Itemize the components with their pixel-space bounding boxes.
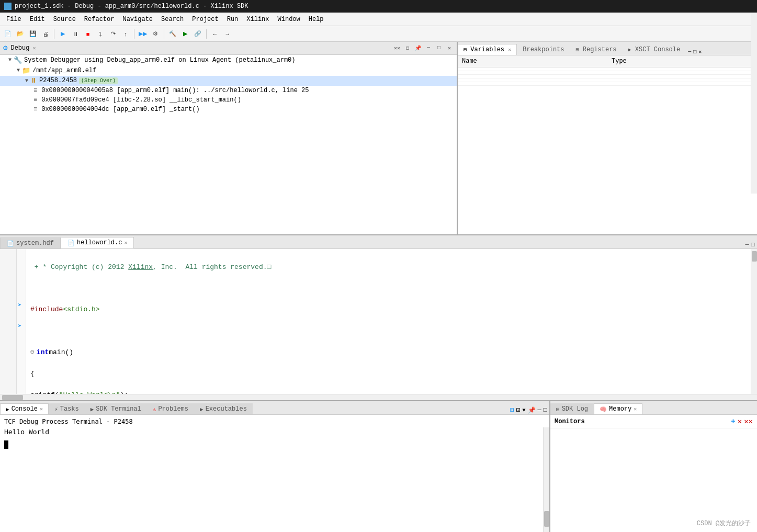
debug-frame-2[interactable]: ≡ 0x0000007fa6d09ce4 [libc-2.28.so] __li… bbox=[0, 95, 457, 105]
console-scroll-thumb[interactable] bbox=[544, 511, 549, 527]
toolbar-step-return[interactable]: ↑ bbox=[120, 28, 131, 40]
collapse-arrow[interactable]: ⊖ bbox=[30, 347, 35, 358]
tab-executables[interactable]: ▶ Executables bbox=[194, 403, 253, 414]
tab-helloworld-c[interactable]: 📄 helloworld.c ✕ bbox=[61, 237, 134, 248]
toolbar-run2[interactable]: ▶▶ bbox=[137, 28, 149, 40]
debug-frame-1[interactable]: ≡ 0x000000000004005a8 [app_arm0.elf] mai… bbox=[0, 86, 457, 95]
menu-help[interactable]: Help bbox=[304, 14, 328, 25]
menu-xilinx[interactable]: Xilinx bbox=[242, 14, 273, 25]
scrollbar-thumb[interactable] bbox=[752, 251, 757, 262]
debug-elf-item[interactable]: ▼ 📁 /mnt/app_arm0.elf bbox=[0, 65, 457, 76]
tab-console[interactable]: ▶ Console ✕ bbox=[0, 403, 49, 414]
toolbar-open[interactable]: 📂 bbox=[15, 28, 26, 40]
editor-minimize-btn[interactable]: ─ bbox=[745, 241, 749, 248]
menu-navigate[interactable]: Navigate bbox=[118, 14, 157, 25]
toolbar-connect[interactable]: 🔗 bbox=[192, 28, 204, 40]
console-copy-btn[interactable]: ⊡ bbox=[516, 406, 521, 414]
memory-tabs-left: ⊟ SDK Log 🧠 Memory ✕ bbox=[550, 403, 642, 414]
hscroll-thumb[interactable] bbox=[2, 395, 23, 400]
tab-variables-close[interactable]: ✕ bbox=[508, 47, 511, 53]
tab-tasks[interactable]: ⚡ Tasks bbox=[49, 403, 85, 414]
process-icon: ⏸ bbox=[30, 77, 37, 85]
vars-minimize-btn[interactable]: ─ bbox=[688, 49, 691, 55]
tab-memory-close[interactable]: ✕ bbox=[634, 406, 637, 412]
menu-project[interactable]: Project bbox=[188, 14, 222, 25]
clear-monitors-btn[interactable]: ✕✕ bbox=[744, 417, 753, 426]
toolbar-save[interactable]: 💾 bbox=[27, 28, 39, 40]
menu-window[interactable]: Window bbox=[274, 14, 304, 25]
tab-xsct[interactable]: ▶ XSCT Console bbox=[623, 44, 686, 55]
toolbar-run3[interactable]: ▶ bbox=[179, 28, 191, 40]
tab-registers[interactable]: ⊞ Registers bbox=[570, 44, 623, 55]
menu-edit[interactable]: Edit bbox=[26, 14, 49, 25]
editor-maximize-btn[interactable]: □ bbox=[751, 241, 755, 248]
console-dropdown-btn[interactable]: ▼ bbox=[523, 408, 526, 413]
tab-breakpoints[interactable]: Breakpoints bbox=[517, 44, 570, 55]
vars-tabs-left: ⊞ Variables ✕ Breakpoints ⊞ Registers ▶ … bbox=[458, 44, 686, 55]
debug-frame-3[interactable]: ≡ 0x00000000004004dc [app_arm0.elf] _sta… bbox=[0, 105, 457, 114]
line-num-blank bbox=[0, 251, 14, 261]
debug-minimize-btn[interactable]: ─ bbox=[424, 44, 433, 52]
toolbar-forward[interactable]: → bbox=[222, 28, 233, 40]
menu-file[interactable]: File bbox=[2, 14, 26, 25]
toolbar-build[interactable]: 🔨 bbox=[167, 28, 178, 40]
add-monitor-btn[interactable]: + bbox=[731, 417, 735, 426]
process-arrow[interactable]: ▼ bbox=[25, 78, 28, 84]
memory-content bbox=[550, 428, 757, 532]
elf-arrow[interactable]: ▼ bbox=[17, 67, 20, 73]
tab-system-hdf[interactable]: 📄 system.hdf bbox=[0, 237, 61, 248]
code-area[interactable]: + * Copyright (c) 2012 Xilinx, Inc. All … bbox=[26, 249, 751, 394]
debug-close-btn[interactable]: ✕ bbox=[445, 44, 454, 52]
system-hdf-icon: 📄 bbox=[7, 240, 14, 247]
console-pin-btn[interactable]: 📌 bbox=[528, 406, 536, 414]
toolbar-settings[interactable]: ⚙ bbox=[150, 28, 161, 40]
toolbar-step-into[interactable]: ⤵ bbox=[95, 28, 106, 40]
console-minimize-btn[interactable]: ─ bbox=[538, 406, 541, 414]
console-process-title: TCF Debug Process Terminal - P2458 bbox=[4, 417, 545, 427]
toolbar-pause[interactable]: ⏸ bbox=[70, 28, 81, 40]
toolbar-print[interactable]: 🖨 bbox=[40, 28, 51, 40]
vars-maximize-btn[interactable]: □ bbox=[693, 49, 696, 55]
debug-maximize-btn[interactable]: □ bbox=[435, 44, 443, 52]
toolbar-step-over[interactable]: ↷ bbox=[107, 28, 119, 40]
vars-scrollbar[interactable] bbox=[751, 42, 757, 194]
elf-icon: 📁 bbox=[22, 66, 30, 75]
code-line-include: #include <stdio.h> bbox=[30, 304, 747, 315]
menu-refactor[interactable]: Refactor bbox=[80, 14, 119, 25]
tab-sdk-log[interactable]: ⊟ SDK Log bbox=[550, 403, 594, 414]
tab-problems[interactable]: ⚠ Problems bbox=[147, 403, 194, 414]
line-num-blank2 bbox=[0, 261, 14, 271]
root-arrow[interactable]: ▼ bbox=[8, 57, 12, 63]
toolbar-new[interactable]: 📄 bbox=[2, 28, 14, 40]
line-num-blank5 bbox=[0, 291, 14, 301]
menu-search[interactable]: Search bbox=[157, 14, 188, 25]
tab-system-hdf-label: system.hdf bbox=[16, 240, 54, 247]
debug-tab-close-icon[interactable]: ✕ bbox=[32, 45, 36, 51]
debug-pin-btn[interactable]: 📌 bbox=[414, 44, 422, 52]
debug-root-item[interactable]: ▼ 🔧 System Debugger using Debug_app_arm0… bbox=[0, 55, 457, 65]
toolbar: 📄 📂 💾 🖨 ▶ ⏸ ■ ⤵ ↷ ↑ ▶▶ ⚙ 🔨 ▶ 🔗 ← → bbox=[0, 26, 757, 42]
menu-source[interactable]: Source bbox=[49, 14, 80, 25]
console-scrollbar[interactable] bbox=[543, 427, 549, 532]
tab-helloworld-c-close[interactable]: ✕ bbox=[124, 240, 127, 246]
variables-panel: ⊞ Variables ✕ Breakpoints ⊞ Registers ▶ … bbox=[458, 42, 757, 234]
toolbar-stop[interactable]: ■ bbox=[82, 28, 94, 40]
vars-close-btn[interactable]: ✕ bbox=[698, 49, 702, 55]
tab-console-close[interactable]: ✕ bbox=[40, 406, 43, 412]
console-new-btn[interactable]: ⊞ bbox=[510, 406, 514, 414]
editor-scrollbar[interactable] bbox=[751, 249, 757, 394]
debug-tree: ▼ 🔧 System Debugger using Debug_app_arm0… bbox=[0, 55, 457, 234]
debug-remove-btn[interactable]: ✕✕ bbox=[393, 44, 401, 52]
menu-run[interactable]: Run bbox=[223, 14, 243, 25]
debug-process-item[interactable]: ▼ ⏸ P2458.2458 (Step Over) bbox=[0, 76, 457, 86]
tab-sdk-terminal[interactable]: ▶ SDK Terminal bbox=[85, 403, 147, 414]
tab-variables[interactable]: ⊞ Variables ✕ bbox=[458, 44, 517, 55]
debug-disconnect-btn[interactable]: ⊟ bbox=[403, 44, 412, 52]
toolbar-debug[interactable]: ▶ bbox=[57, 28, 69, 40]
console-maximize-btn[interactable]: □ bbox=[544, 406, 547, 414]
remove-monitor-btn[interactable]: ✕ bbox=[738, 417, 742, 426]
tab-memory[interactable]: 🧠 Memory ✕ bbox=[594, 403, 642, 414]
toolbar-back[interactable]: ← bbox=[209, 28, 221, 40]
editor-hscroll[interactable] bbox=[0, 394, 757, 400]
memory-icon: 🧠 bbox=[600, 406, 607, 413]
